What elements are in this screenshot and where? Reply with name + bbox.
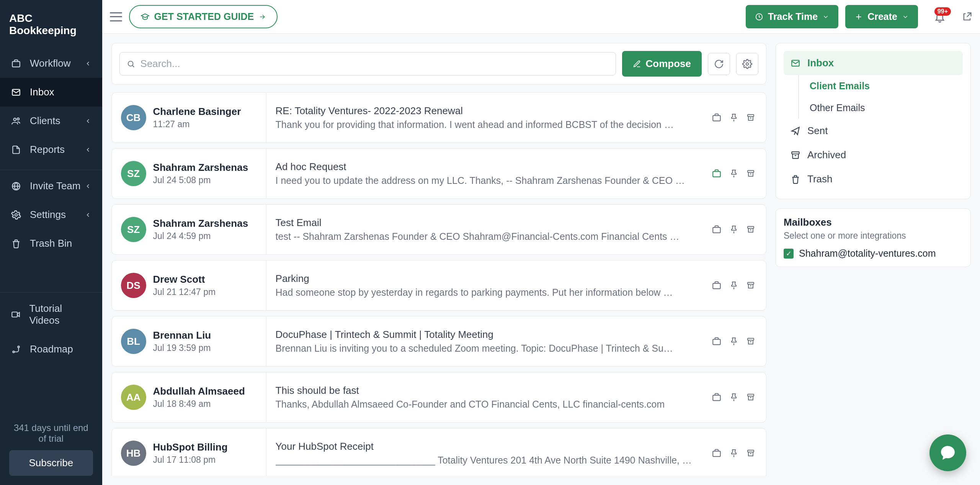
search-input-wrapper[interactable] xyxy=(119,52,616,75)
nav-item-trash-bin[interactable]: Trash Bin xyxy=(0,229,102,258)
folder-inbox[interactable]: Inbox xyxy=(784,51,963,75)
inbox-subfolder[interactable]: Other Emails xyxy=(799,97,963,119)
briefcase-icon[interactable] xyxy=(712,224,722,234)
archive-action-icon[interactable] xyxy=(746,113,755,122)
pin-icon[interactable] xyxy=(729,393,738,402)
topbar: GET STARTED GUIDE Track Time Crea xyxy=(102,0,980,34)
nav-item-roadmap[interactable]: Roadmap xyxy=(0,335,102,364)
archive-action-icon[interactable] xyxy=(746,393,755,402)
hamburger-icon[interactable] xyxy=(110,12,122,21)
email-subject: DocuPhase | Trintech & Summit | Totality… xyxy=(276,329,692,341)
svg-point-8 xyxy=(18,346,19,347)
email-subject: Parking xyxy=(276,273,692,285)
nav-item-invite-team[interactable]: Invite Team xyxy=(0,172,102,200)
settings-button[interactable] xyxy=(736,53,758,75)
search-input[interactable] xyxy=(140,58,609,70)
nav-item-tutorial-videos[interactable]: Tutorial Videos xyxy=(0,294,102,335)
avatar: SZ xyxy=(121,161,146,186)
briefcase-icon[interactable] xyxy=(712,169,722,179)
secondary-nav: Invite TeamSettingsTrash Bin xyxy=(0,172,102,291)
nav-item-reports[interactable]: Reports xyxy=(0,135,102,164)
subscribe-button[interactable]: Subscribe xyxy=(9,450,93,476)
svg-point-2 xyxy=(14,118,16,121)
document-icon xyxy=(11,144,21,155)
email-row[interactable]: SZShahram ZarshenasJul 24 4:59 pmTest Em… xyxy=(111,204,766,255)
guide-label: GET STARTED GUIDE xyxy=(154,11,254,22)
get-started-guide-button[interactable]: GET STARTED GUIDE xyxy=(129,5,278,28)
notification-badge: 99+ xyxy=(934,7,951,16)
briefcase-icon[interactable] xyxy=(712,392,722,402)
svg-point-11 xyxy=(746,62,749,65)
pin-icon[interactable] xyxy=(729,337,738,346)
avatar: AA xyxy=(121,385,146,410)
email-row[interactable]: SZShahram ZarshenasJul 24 5:08 pmAd hoc … xyxy=(111,148,766,199)
archive-action-icon[interactable] xyxy=(746,225,755,234)
nav-label: Workflow xyxy=(30,57,70,69)
track-time-button[interactable]: Track Time xyxy=(746,5,838,28)
mail-icon xyxy=(11,87,21,98)
nav-item-workflow[interactable]: Workflow xyxy=(0,49,102,78)
email-row[interactable]: BLBrennan LiuJul 19 3:59 pmDocuPhase | T… xyxy=(111,316,766,367)
pin-icon[interactable] xyxy=(729,449,738,458)
create-button[interactable]: Create xyxy=(845,5,918,28)
email-sender-cell: BLBrennan LiuJul 19 3:59 pm xyxy=(112,316,266,366)
folder-trash[interactable]: Trash xyxy=(784,167,963,191)
nav-label: Invite Team xyxy=(30,180,80,192)
archive-action-icon[interactable] xyxy=(746,169,755,178)
pin-icon[interactable] xyxy=(729,225,738,234)
checkbox-icon[interactable]: ✓ xyxy=(784,249,794,259)
email-preview: test -- Shahram Zarshenas Founder & CEO … xyxy=(276,231,692,242)
chevron-down-icon xyxy=(822,13,829,20)
archive-action-icon[interactable] xyxy=(746,281,755,290)
email-body: This should be fastThanks, Abdullah Alms… xyxy=(266,372,701,422)
pin-icon[interactable] xyxy=(729,281,738,290)
compose-label: Compose xyxy=(646,58,691,70)
nav-item-clients[interactable]: Clients xyxy=(0,107,102,135)
chevron-left-icon xyxy=(85,183,91,190)
open-in-new-icon[interactable] xyxy=(962,11,972,22)
compose-button[interactable]: Compose xyxy=(622,51,702,77)
pin-icon[interactable] xyxy=(729,169,738,178)
svg-rect-24 xyxy=(713,451,720,457)
email-row[interactable]: CBCharlene Basinger11:27 amRE: Totality … xyxy=(111,92,766,143)
nav-item-settings[interactable]: Settings xyxy=(0,200,102,229)
mail-icon xyxy=(791,58,800,68)
archive-action-icon[interactable] xyxy=(746,449,755,458)
email-sender-cell: HBHubSpot BillingJul 17 11:08 pm xyxy=(112,428,266,476)
email-subject: RE: Totality Ventures- 2022-2023 Renewal xyxy=(276,105,692,117)
nav-label: Trash Bin xyxy=(30,238,72,249)
email-row[interactable]: DSDrew ScottJul 21 12:47 pmParkingHad so… xyxy=(111,260,766,311)
nav-item-inbox[interactable]: Inbox xyxy=(0,78,102,107)
email-preview: Thank you for providing that information… xyxy=(276,119,692,130)
notifications-button[interactable]: 99+ xyxy=(934,11,946,23)
chat-fab[interactable] xyxy=(929,434,966,471)
email-preview: I need you to update the address on my L… xyxy=(276,175,692,186)
email-actions xyxy=(701,261,766,310)
refresh-button[interactable] xyxy=(708,53,730,75)
briefcase-icon[interactable] xyxy=(712,113,722,123)
folder-sent[interactable]: Sent xyxy=(784,119,963,143)
inbox-subfolder[interactable]: Client Emails xyxy=(799,75,963,97)
mailbox-checkbox-row[interactable]: ✓Shahram@totality-ventures.com xyxy=(784,248,963,259)
svg-point-7 xyxy=(13,351,14,352)
nav-label: Settings xyxy=(30,209,66,221)
email-row[interactable]: HBHubSpot BillingJul 17 11:08 pmYour Hub… xyxy=(111,428,766,476)
gear-icon xyxy=(11,210,21,220)
email-row[interactable]: AAAbdullah AlmsaeedJul 18 8:49 amThis sh… xyxy=(111,372,766,423)
avatar: DS xyxy=(121,273,146,298)
email-body: Ad hoc RequestI need you to update the a… xyxy=(266,149,701,198)
email-actions xyxy=(701,149,766,198)
briefcase-icon[interactable] xyxy=(712,448,722,458)
nav-label: Inbox xyxy=(30,86,54,98)
chevron-left-icon xyxy=(85,60,91,67)
briefcase-icon[interactable] xyxy=(712,336,722,346)
email-time: Jul 24 4:59 pm xyxy=(153,231,248,241)
svg-rect-17 xyxy=(748,226,754,228)
archive-action-icon[interactable] xyxy=(746,337,755,346)
sender-name: Shahram Zarshenas xyxy=(153,162,248,174)
chevron-left-icon xyxy=(85,211,91,218)
pin-icon[interactable] xyxy=(729,113,738,122)
folder-archived[interactable]: Archived xyxy=(784,143,963,167)
briefcase-icon[interactable] xyxy=(712,280,722,290)
trash-icon xyxy=(11,238,21,249)
